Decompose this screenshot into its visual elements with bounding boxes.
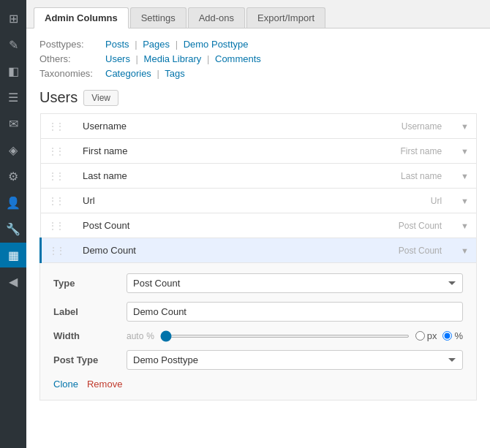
others-links: Users | Media Library | Comments bbox=[105, 53, 261, 64]
table-row[interactable]: ⋮⋮ Username Username ▼ bbox=[41, 114, 477, 139]
drag-handle[interactable]: ⋮⋮ bbox=[49, 246, 68, 256]
width-px-option[interactable]: px bbox=[415, 330, 437, 341]
label-label: Label bbox=[53, 306, 127, 317]
width-control: auto % px % bbox=[127, 330, 463, 341]
page-title: Users bbox=[39, 89, 78, 106]
comments-icon[interactable]: ✉ bbox=[0, 111, 26, 136]
width-px-text: px bbox=[427, 330, 437, 341]
type-field-row: Type Post Count bbox=[53, 273, 463, 293]
width-radio-group: px % bbox=[415, 330, 463, 341]
width-pct-option[interactable]: % bbox=[442, 330, 463, 341]
posttype-field-row: Post Type Demo Posttype bbox=[53, 350, 463, 370]
chevron-down-icon[interactable]: ▼ bbox=[456, 197, 469, 205]
chevron-down-icon[interactable]: ▼ bbox=[456, 172, 469, 181]
drag-handle[interactable]: ⋮⋮ bbox=[48, 171, 67, 181]
link-posts[interactable]: Posts bbox=[105, 39, 129, 50]
col-name: First name bbox=[75, 139, 277, 164]
sep4: | bbox=[207, 53, 209, 64]
col-type: Post Count bbox=[277, 213, 449, 238]
plugins-icon[interactable]: ⚙ bbox=[0, 164, 26, 189]
posttype-label: Post Type bbox=[53, 354, 127, 365]
taxonomies-row: Taxonomies: Categories | Tags bbox=[39, 68, 477, 79]
columns-table: ⋮⋮ Username Username ▼ ⋮⋮ First name Fir… bbox=[39, 113, 477, 263]
label-input[interactable] bbox=[127, 302, 463, 322]
link-pages[interactable]: Pages bbox=[143, 39, 170, 50]
tools-icon[interactable]: 🔧 bbox=[0, 216, 26, 241]
dashboard-icon[interactable]: ⊞ bbox=[0, 6, 26, 31]
sep5: | bbox=[157, 68, 159, 79]
width-px-radio[interactable] bbox=[415, 331, 425, 341]
posttypes-label: Posttypes: bbox=[39, 39, 105, 50]
table-row[interactable]: ⋮⋮ Last name Last name ▼ bbox=[41, 164, 477, 189]
col-type: Last name bbox=[277, 164, 449, 189]
main-content: Admin Columns Settings Add-ons Export/Im… bbox=[26, 0, 490, 448]
posttype-control: Demo Posttype bbox=[127, 350, 463, 370]
others-label: Others: bbox=[39, 53, 105, 64]
label-field-row: Label bbox=[53, 302, 463, 322]
label-control bbox=[127, 302, 463, 322]
tab-add-ons[interactable]: Add-ons bbox=[188, 7, 245, 28]
table-row-selected[interactable]: ⋮⋮ Demo Count Post Count ▼ bbox=[41, 238, 477, 263]
media-icon[interactable]: ◧ bbox=[0, 58, 26, 83]
taxonomies-label: Taxonomies: bbox=[39, 68, 105, 79]
sep2: | bbox=[176, 39, 178, 50]
posttypes-row: Posttypes: Posts | Pages | Demo Posttype bbox=[39, 39, 477, 50]
sep1: | bbox=[135, 39, 137, 50]
clone-link[interactable]: Clone bbox=[53, 379, 78, 390]
appearance-icon[interactable]: ◈ bbox=[0, 137, 26, 162]
width-slider[interactable] bbox=[160, 335, 410, 338]
link-demo-posttype[interactable]: Demo Posttype bbox=[184, 39, 249, 50]
tab-admin-columns[interactable]: Admin Columns bbox=[34, 7, 129, 29]
others-row: Others: Users | Media Library | Comments bbox=[39, 53, 477, 64]
taxonomies-links: Categories | Tags bbox=[105, 68, 185, 79]
col-name: Username bbox=[75, 114, 277, 139]
posts-icon[interactable]: ✎ bbox=[0, 32, 26, 57]
chevron-down-icon[interactable]: ▼ bbox=[456, 246, 469, 255]
tab-settings[interactable]: Settings bbox=[130, 7, 186, 28]
remove-link[interactable]: Remove bbox=[87, 379, 122, 390]
drag-handle[interactable]: ⋮⋮ bbox=[48, 146, 67, 156]
table-row[interactable]: ⋮⋮ Post Count Post Count ▼ bbox=[41, 213, 477, 238]
link-categories[interactable]: Categories bbox=[105, 68, 151, 79]
tabs-bar: Admin Columns Settings Add-ons Export/Im… bbox=[26, 0, 490, 29]
drag-handle[interactable]: ⋮⋮ bbox=[48, 196, 67, 206]
sidebar: ⊞ ✎ ◧ ☰ ✉ ◈ ⚙ 👤 🔧 ▦ ◀ bbox=[0, 0, 26, 448]
col-name: Demo Count bbox=[75, 238, 277, 263]
pages-icon[interactable]: ☰ bbox=[0, 85, 26, 110]
drag-handle[interactable]: ⋮⋮ bbox=[48, 121, 67, 132]
drag-handle[interactable]: ⋮⋮ bbox=[48, 221, 67, 231]
posttype-select[interactable]: Demo Posttype bbox=[127, 350, 463, 370]
link-tags[interactable]: Tags bbox=[165, 68, 184, 79]
posttypes-links: Posts | Pages | Demo Posttype bbox=[105, 39, 249, 50]
columns-icon[interactable]: ▦ bbox=[0, 243, 26, 267]
col-name: Url bbox=[75, 189, 277, 213]
table-row[interactable]: ⋮⋮ First name First name ▼ bbox=[41, 139, 477, 164]
width-label: Width bbox=[53, 330, 127, 341]
content-area: Posttypes: Posts | Pages | Demo Posttype… bbox=[26, 29, 490, 448]
collapse-icon[interactable]: ◀ bbox=[0, 269, 26, 294]
col-type: Username bbox=[277, 114, 449, 139]
actions-row: Clone Remove bbox=[53, 379, 463, 390]
tab-export-import[interactable]: Export/Import bbox=[246, 7, 325, 28]
chevron-down-icon[interactable]: ▼ bbox=[456, 122, 469, 131]
col-type: First name bbox=[277, 139, 449, 164]
link-media-library[interactable]: Media Library bbox=[144, 53, 202, 64]
users-icon[interactable]: 👤 bbox=[0, 190, 26, 215]
width-field-row: Width auto % px % bbox=[53, 330, 463, 341]
expand-panel: Type Post Count Label Width auto bbox=[39, 263, 477, 400]
link-comments[interactable]: Comments bbox=[215, 53, 261, 64]
chevron-down-icon[interactable]: ▼ bbox=[456, 147, 469, 156]
chevron-down-icon[interactable]: ▼ bbox=[456, 221, 469, 230]
type-control: Post Count bbox=[127, 273, 463, 293]
col-type: Url bbox=[277, 189, 449, 213]
link-users[interactable]: Users bbox=[105, 53, 130, 64]
width-auto-label: auto bbox=[127, 331, 143, 341]
col-type: Post Count bbox=[277, 238, 449, 263]
col-name: Last name bbox=[75, 164, 277, 189]
view-button[interactable]: View bbox=[83, 90, 118, 106]
width-percent-label: % bbox=[146, 331, 154, 341]
type-select[interactable]: Post Count bbox=[127, 273, 463, 293]
table-row[interactable]: ⋮⋮ Url Url ▼ bbox=[41, 189, 477, 213]
col-name: Post Count bbox=[75, 213, 277, 238]
width-pct-radio[interactable] bbox=[442, 331, 452, 341]
